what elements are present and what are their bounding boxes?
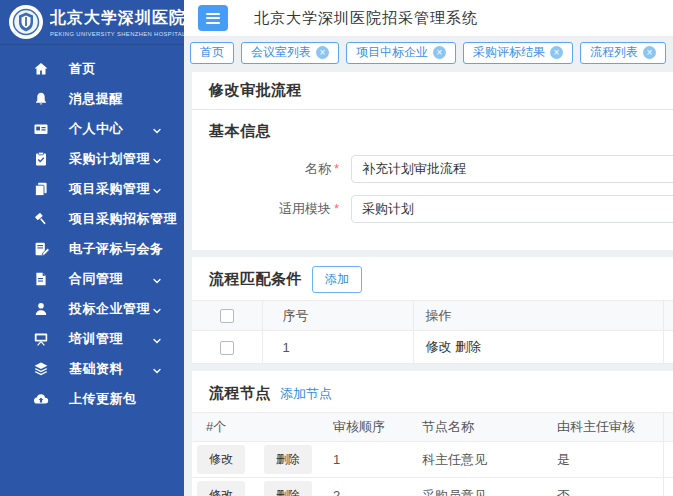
- main-content: 修改审批流程 基本信息 名称* 适用模块* 流程匹配条件 添加: [184, 68, 673, 496]
- chevron-down-icon: [152, 244, 162, 259]
- order-cell: 2: [321, 478, 410, 496]
- order-cell: 1: [321, 442, 410, 478]
- contract-icon: [33, 271, 50, 288]
- page-title: 修改审批流程: [209, 81, 673, 100]
- tab-home[interactable]: 首页: [190, 42, 234, 64]
- chevron-down-icon: [152, 214, 162, 229]
- by-head-column-header: 由科主任审核: [545, 413, 663, 442]
- form-row-module: 适用模块*: [192, 195, 673, 223]
- add-condition-button[interactable]: 添加: [312, 266, 362, 293]
- cloud-upload-icon: [33, 391, 50, 408]
- menu-toggle-button[interactable]: [198, 5, 228, 31]
- bell-icon: [33, 91, 50, 108]
- close-icon[interactable]: ×: [550, 46, 563, 59]
- sidebar-item-contract-management[interactable]: 合同管理: [0, 264, 184, 294]
- sidebar-item-upload-update[interactable]: 上传更新包: [0, 384, 184, 414]
- order-column-header: 审核顺序: [321, 413, 410, 442]
- module-label: 适用模块*: [192, 200, 339, 218]
- module-field[interactable]: [351, 195, 673, 223]
- match-conditions-table: 序号 操作 字 1 修改 删除 计: [192, 300, 673, 364]
- layers-icon: [33, 361, 50, 378]
- edit-button[interactable]: 修改: [197, 481, 245, 496]
- seq-column-header: 序号: [262, 301, 413, 331]
- flow-nodes-card: 流程节点 添加节点 #个 审核顺序 节点名称 由科主任审核 修改 删除: [192, 371, 673, 496]
- sidebar-item-home[interactable]: 首页: [0, 54, 184, 84]
- hospital-name-en: PEKING UNIVERSITY SHENZHEN HOSPITAL: [50, 31, 184, 37]
- chevron-down-icon: [152, 364, 162, 379]
- flow-nodes-table: #个 审核顺序 节点名称 由科主任审核 修改 删除 1 科主任意见 是: [192, 412, 673, 496]
- sidebar-item-procurement-plan[interactable]: 采购计划管理: [0, 144, 184, 174]
- chevron-down-icon: [152, 334, 162, 349]
- chevron-down-icon: [152, 154, 162, 169]
- table-row: 修改 删除 1 科主任意见 是: [192, 442, 673, 478]
- sidebar: 北京大学深圳医院 PEKING UNIVERSITY SHENZHEN HOSP…: [0, 0, 184, 496]
- row-actions[interactable]: 修改 删除: [426, 339, 482, 354]
- tab-bar: 首页 会议室列表 × 项目中标企业 × 采购评标结果 × 流程列表 × 流程 ×: [184, 37, 673, 68]
- close-icon[interactable]: ×: [433, 46, 446, 59]
- basic-info-card: 修改审批流程 基本信息 名称* 适用模块*: [192, 72, 673, 250]
- user-icon: [33, 301, 50, 318]
- delete-button[interactable]: 删除: [264, 481, 312, 496]
- edit-button[interactable]: 修改: [197, 445, 245, 474]
- action-column-header: 操作: [413, 301, 663, 331]
- match-conditions-heading: 流程匹配条件: [209, 270, 302, 289]
- select-all-checkbox[interactable]: [220, 309, 234, 323]
- table-row: 修改 删除 2 采购员意见 否: [192, 478, 673, 496]
- required-mark: *: [334, 201, 339, 216]
- node-name-cell: 采购员意见: [410, 478, 545, 496]
- sidebar-item-bidding-management[interactable]: 项目采购招标管理: [0, 204, 184, 234]
- hospital-logo: 北京大学深圳医院 PEKING UNIVERSITY SHENZHEN HOSP…: [0, 0, 184, 44]
- basic-info-form: 名称* 适用模块*: [192, 147, 673, 250]
- close-icon[interactable]: ×: [316, 46, 329, 59]
- sidebar-item-bidder-enterprise[interactable]: 投标企业管理: [0, 294, 184, 324]
- sidebar-item-personal-center[interactable]: 个人中心: [0, 114, 184, 144]
- close-icon[interactable]: ×: [643, 46, 656, 59]
- hospital-emblem-icon: [8, 4, 44, 40]
- name-field[interactable]: [351, 155, 673, 183]
- sidebar-item-notifications[interactable]: 消息提醒: [0, 84, 184, 114]
- tab-winning-enterprise[interactable]: 项目中标企业 ×: [346, 42, 456, 64]
- clipped-cell: 计: [663, 331, 673, 364]
- sidebar-item-basic-data[interactable]: 基础资料: [0, 354, 184, 384]
- clipped-column-header: 字: [663, 301, 673, 331]
- sidebar-menu: 首页 消息提醒 个人中心 采购计划管理: [0, 44, 184, 414]
- required-mark: *: [334, 161, 339, 176]
- name-label: 名称*: [192, 160, 339, 178]
- flow-nodes-heading: 流程节点: [209, 384, 271, 403]
- tab-process-list[interactable]: 流程列表 ×: [580, 42, 666, 64]
- hospital-name: 北京大学深圳医院: [50, 8, 184, 29]
- id-card-icon: [33, 121, 50, 138]
- delete-button[interactable]: 删除: [264, 445, 312, 474]
- tab-meeting-room-list[interactable]: 会议室列表 ×: [241, 42, 339, 64]
- sidebar-item-e-evaluation[interactable]: 电子评标与会务: [0, 234, 184, 264]
- by-head-cell: 否: [545, 478, 663, 496]
- home-icon: [33, 61, 50, 78]
- by-head-cell: 是: [545, 442, 663, 478]
- chevron-down-icon: [152, 274, 162, 289]
- chevron-down-icon: [152, 184, 162, 199]
- node-name-cell: 科主任意见: [410, 442, 545, 478]
- sidebar-item-training-management[interactable]: 培训管理: [0, 324, 184, 354]
- sidebar-item-project-procurement[interactable]: 项目采购管理: [0, 174, 184, 204]
- table-header-row: 序号 操作 字: [192, 301, 673, 331]
- presentation-icon: [33, 331, 50, 348]
- table-row: 1 修改 删除 计: [192, 331, 673, 364]
- edit-document-icon: [33, 241, 50, 258]
- topbar: 北京大学深圳医院招采管理系统: [184, 0, 673, 37]
- app-title: 北京大学深圳医院招采管理系统: [254, 9, 478, 28]
- chevron-down-icon: [152, 124, 162, 139]
- seq-cell: 1: [262, 331, 413, 364]
- table-header-row: #个 审核顺序 节点名称 由科主任审核: [192, 413, 673, 442]
- match-conditions-card: 流程匹配条件 添加 序号 操作 字 1 修改 删除 计: [192, 257, 673, 364]
- name-column-header: 节点名称: [410, 413, 545, 442]
- chevron-down-icon: [152, 304, 162, 319]
- add-node-link[interactable]: 添加节点: [280, 385, 332, 403]
- tab-evaluation-result[interactable]: 采购评标结果 ×: [463, 42, 573, 64]
- row-checkbox[interactable]: [220, 341, 234, 355]
- basic-info-heading: 基本信息: [209, 122, 271, 139]
- num-column-header: #个: [192, 413, 321, 442]
- gavel-icon: [33, 211, 50, 228]
- documents-icon: [33, 181, 50, 198]
- form-row-name: 名称*: [192, 155, 673, 183]
- clipboard-check-icon: [33, 151, 50, 168]
